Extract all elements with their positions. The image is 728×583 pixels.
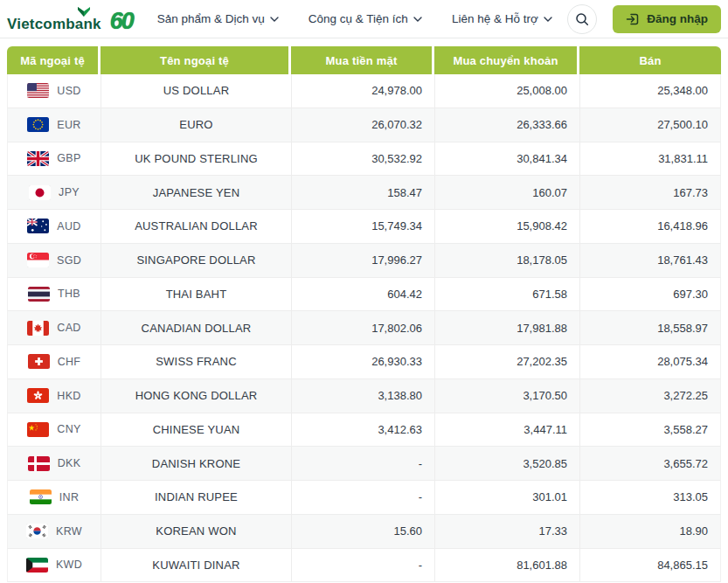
rate-row-eur: EUREURO26,070.3226,333.6627,500.10 <box>7 108 721 142</box>
currency-code: KWD <box>56 559 82 571</box>
gb-flag-icon <box>27 151 49 166</box>
sell-value: 3,272.25 <box>580 379 720 413</box>
currency-name: SINGAPORE DOLLAR <box>101 244 292 277</box>
buy-cash-value: 158.47 <box>292 176 435 209</box>
col-header-currency-code: Mã ngoại tệ <box>7 46 101 74</box>
currency-code: USD <box>57 85 80 97</box>
sell-value: 18.90 <box>580 515 720 548</box>
buy-cash-value: 604.42 <box>292 278 435 311</box>
search-button[interactable] <box>567 4 597 34</box>
currency-code: INR <box>59 491 79 503</box>
sell-value: 25,348.00 <box>580 74 720 108</box>
col-header-buy-transfer: Mua chuyển khoản <box>434 46 579 74</box>
currency-code-cell: AUD <box>8 210 101 243</box>
buy-cash-value: - <box>292 447 435 480</box>
login-button-label: Đăng nhập <box>647 12 708 25</box>
brand-check-icon <box>77 5 91 20</box>
buy-transfer-value: 160.07 <box>435 176 580 209</box>
ca-flag-icon <box>27 321 49 336</box>
currency-code: GBP <box>57 152 80 164</box>
currency-name: US DOLLAR <box>101 74 292 108</box>
search-icon <box>575 12 589 26</box>
nav-item-products[interactable]: Sản phẩm & Dịch vụ <box>157 12 279 25</box>
nav-item-support[interactable]: Liên hệ & Hỗ trợ <box>452 12 552 25</box>
currency-code: THB <box>58 288 80 300</box>
eu-flag-icon <box>27 117 49 132</box>
rate-row-cny: CNYCHINESE YUAN3,412.633,447.113,558.27 <box>7 413 721 448</box>
buy-transfer-value: 3,520.85 <box>435 447 580 480</box>
buy-transfer-value: 27,202.35 <box>435 345 580 378</box>
buy-cash-value: 3,138.80 <box>292 379 435 413</box>
buy-transfer-value: 18,178.05 <box>435 244 580 277</box>
nav-item-label: Công cụ & Tiện ích <box>309 12 408 25</box>
rate-row-sgd: SGDSINGAPORE DOLLAR17,996.2718,178.0518,… <box>7 244 721 278</box>
rate-row-gbp: GBPUK POUND STERLING30,532.9230,841.3431… <box>7 142 721 177</box>
rate-row-dkk: DKKDANISH KRONE-3,520.853,655.72 <box>7 447 721 481</box>
currency-code: DKK <box>58 457 81 469</box>
currency-name: CANADIAN DOLLAR <box>101 311 292 344</box>
us-flag-icon <box>27 83 49 98</box>
currency-code: JPY <box>59 186 80 198</box>
sell-value: 3,655.72 <box>580 447 720 480</box>
sell-value: 16,418.96 <box>580 210 720 243</box>
buy-cash-value: - <box>292 549 435 582</box>
currency-code-cell: DKK <box>8 447 101 480</box>
currency-code: CHF <box>58 356 81 368</box>
currency-code: SGD <box>57 254 81 267</box>
buy-cash-value: 3,412.63 <box>292 413 435 447</box>
nav-item-tools[interactable]: Công cụ & Tiện ích <box>309 12 422 25</box>
buy-transfer-value: 671.58 <box>435 278 580 311</box>
nav-item-label: Sản phẩm & Dịch vụ <box>157 12 265 25</box>
top-navigation-bar: Vietcombank 60 Sản phẩm & Dịch vụ Công c… <box>0 0 728 38</box>
currency-name: EURO <box>101 108 292 142</box>
rate-row-usd: USDUS DOLLAR24,978.0025,008.0025,348.00 <box>7 74 721 108</box>
kr-flag-icon <box>26 524 48 538</box>
rate-row-inr: INRINDIAN RUPEE-301.01313.05 <box>7 481 721 515</box>
vietcombank-logo[interactable]: Vietcombank 60 <box>7 6 133 31</box>
currency-code-cell: SGD <box>8 244 101 277</box>
sg-flag-icon <box>27 253 49 267</box>
main-nav: Sản phẩm & Dịch vụ Công cụ & Tiện ích Li… <box>157 12 552 25</box>
ch-flag-icon <box>28 354 50 369</box>
jp-flag-icon <box>29 185 51 200</box>
currency-code-cell: JPY <box>8 176 101 209</box>
sell-value: 18,558.97 <box>580 311 720 344</box>
rate-row-jpy: JPYJAPANESE YEN158.47160.07167.73 <box>7 176 721 210</box>
in-flag-icon <box>30 489 52 504</box>
sell-value: 31,831.11 <box>580 142 720 176</box>
table-body: USDUS DOLLAR24,978.0025,008.0025,348.00E… <box>7 74 721 582</box>
rate-row-chf: CHFSWISS FRANC26,930.3327,202.3528,075.3… <box>7 345 721 379</box>
buy-cash-value: 17,802.06 <box>292 311 435 344</box>
currency-code-cell: KWD <box>8 549 101 582</box>
currency-code: EUR <box>57 119 80 131</box>
sell-value: 3,558.27 <box>580 413 720 447</box>
chevron-down-icon <box>270 17 279 22</box>
currency-code-cell: HKD <box>8 379 101 413</box>
exchange-rates-table: Mã ngoại tệ Tên ngoại tệ Mua tiền mặt Mu… <box>7 46 721 582</box>
currency-name: DANISH KRONE <box>101 447 292 480</box>
sell-value: 697.30 <box>580 278 720 311</box>
login-button[interactable]: Đăng nhập <box>613 5 721 33</box>
th-flag-icon <box>28 287 50 302</box>
currency-name: CHINESE YUAN <box>101 413 292 447</box>
vietcombank-wordmark: Vietcombank <box>7 6 101 31</box>
col-header-buy-cash: Mua tiền mặt <box>291 46 434 74</box>
rate-row-cad: CADCANADIAN DOLLAR17,802.0617,981.8818,5… <box>7 311 721 345</box>
buy-transfer-value: 301.01 <box>435 481 580 514</box>
currency-name: AUSTRALIAN DOLLAR <box>101 210 292 243</box>
currency-code-cell: THB <box>8 278 101 311</box>
currency-code: KRW <box>56 525 82 538</box>
currency-name: HONG KONG DOLLAR <box>101 379 292 413</box>
currency-name: KUWAITI DINAR <box>101 549 292 582</box>
buy-cash-value: 17,996.27 <box>292 244 435 277</box>
currency-name: UK POUND STERLING <box>101 142 292 176</box>
sell-value: 313.05 <box>580 481 720 514</box>
buy-cash-value: 26,070.32 <box>292 108 435 142</box>
au-flag-icon <box>27 219 49 233</box>
rate-row-kwd: KWDKUWAITI DINAR-81,601.8884,865.15 <box>7 549 721 583</box>
buy-transfer-value: 30,841.34 <box>435 142 580 176</box>
buy-cash-value: - <box>292 481 435 514</box>
buy-cash-value: 15.60 <box>292 515 435 548</box>
nav-item-label: Liên hệ & Hỗ trợ <box>452 12 538 25</box>
currency-code-cell: CNY <box>8 413 101 447</box>
